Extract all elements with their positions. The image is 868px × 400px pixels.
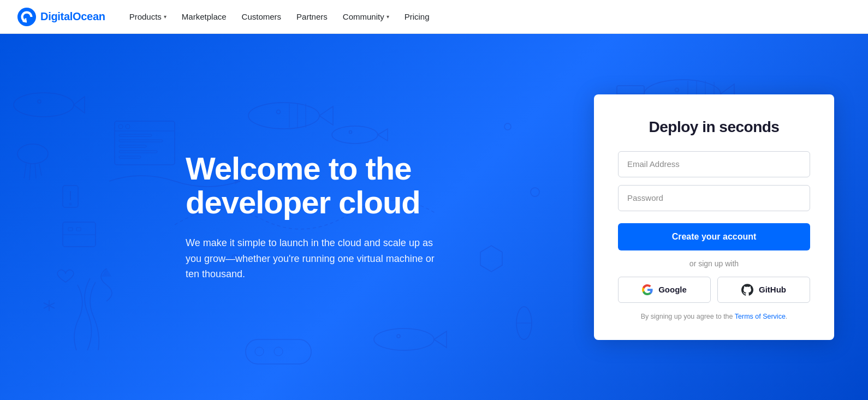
terms-text: By signing up you agree to the Terms of … <box>618 313 810 320</box>
svg-point-34 <box>349 131 352 134</box>
nav-label-products: Products <box>129 12 162 21</box>
svg-marker-33 <box>378 129 388 141</box>
svg-point-4 <box>14 93 74 117</box>
svg-rect-23 <box>119 145 146 147</box>
chevron-down-icon: ▾ <box>387 14 389 20</box>
logo-link[interactable]: DigitalOcean <box>17 8 105 26</box>
hero-title: Welcome to the developer cloud <box>186 152 502 220</box>
nav-item-marketplace[interactable]: Marketplace <box>175 8 233 26</box>
password-field-group <box>618 185 810 211</box>
svg-point-32 <box>332 126 378 144</box>
nav-item-customers[interactable]: Customers <box>235 8 288 26</box>
svg-line-8 <box>24 164 26 178</box>
svg-marker-27 <box>319 106 333 125</box>
google-icon <box>642 284 653 295</box>
svg-point-28 <box>277 110 281 114</box>
nav-item-pricing[interactable]: Pricing <box>398 8 436 26</box>
svg-line-11 <box>39 164 41 176</box>
chevron-down-icon: ▾ <box>164 14 167 20</box>
svg-point-19 <box>118 124 123 129</box>
hero-content: Welcome to the developer cloud We make i… <box>186 152 502 283</box>
navbar: DigitalOcean Products ▾ Marketplace Cust… <box>0 0 868 34</box>
nav-links: Products ▾ Marketplace Customers Partner… <box>123 8 436 26</box>
svg-rect-21 <box>119 134 152 136</box>
svg-point-72 <box>274 347 283 356</box>
brand-name: DigitalOcean <box>40 10 105 23</box>
svg-rect-13 <box>68 228 73 231</box>
svg-line-9 <box>29 164 31 180</box>
svg-point-57 <box>374 329 434 350</box>
svg-point-59 <box>397 335 400 338</box>
svg-point-26 <box>248 103 319 129</box>
signup-card: Deploy in seconds Create your account or… <box>594 94 834 340</box>
hero-section: Welcome to the developer cloud We make i… <box>0 34 868 400</box>
nav-label-community: Community <box>343 12 384 21</box>
svg-point-0 <box>17 8 36 26</box>
terms-of-service-link[interactable]: Terms of Service <box>735 313 786 320</box>
svg-marker-5 <box>74 97 85 113</box>
signup-card-title: Deploy in seconds <box>618 118 810 136</box>
svg-rect-25 <box>119 156 141 158</box>
github-button-label: GitHub <box>759 285 786 294</box>
google-button-label: Google <box>658 285 687 294</box>
svg-rect-24 <box>119 151 157 153</box>
svg-point-39 <box>675 88 679 92</box>
logo-icon <box>17 8 36 26</box>
svg-point-7 <box>17 144 48 164</box>
svg-point-68 <box>531 188 539 196</box>
email-field-group <box>618 151 810 177</box>
svg-marker-58 <box>434 331 447 348</box>
social-buttons: Google GitHub <box>618 277 810 303</box>
google-signup-button[interactable]: Google <box>618 277 711 303</box>
terms-suffix: . <box>786 313 787 320</box>
svg-rect-14 <box>76 228 81 231</box>
svg-point-6 <box>38 100 41 103</box>
svg-point-71 <box>255 347 264 356</box>
github-icon <box>741 284 753 296</box>
nav-label-pricing: Pricing <box>405 12 430 21</box>
svg-rect-70 <box>246 339 311 364</box>
nav-label-partners: Partners <box>296 12 328 21</box>
svg-marker-64 <box>102 268 111 277</box>
nav-label-customers: Customers <box>242 12 282 21</box>
email-input[interactable] <box>618 151 810 177</box>
svg-rect-3 <box>25 18 26 20</box>
password-input[interactable] <box>618 185 810 211</box>
svg-point-67 <box>504 123 511 130</box>
hero-subtitle: We make it simple to launch in the cloud… <box>186 235 448 282</box>
nav-item-products[interactable]: Products ▾ <box>123 8 173 26</box>
nav-label-marketplace: Marketplace <box>182 12 227 21</box>
svg-point-20 <box>126 124 130 129</box>
svg-rect-1 <box>25 20 27 22</box>
svg-point-63 <box>69 203 72 206</box>
nav-item-community[interactable]: Community ▾ <box>336 8 396 26</box>
terms-prefix: By signing up you agree to the <box>641 313 735 320</box>
nav-item-partners[interactable]: Partners <box>290 8 334 26</box>
create-account-button[interactable]: Create your account <box>618 223 810 250</box>
or-divider: or sign up with <box>618 259 810 268</box>
svg-rect-22 <box>119 140 163 142</box>
github-signup-button[interactable]: GitHub <box>717 277 810 303</box>
signup-form: Create your account <box>618 151 810 250</box>
svg-line-10 <box>35 164 36 178</box>
svg-rect-2 <box>23 20 25 22</box>
